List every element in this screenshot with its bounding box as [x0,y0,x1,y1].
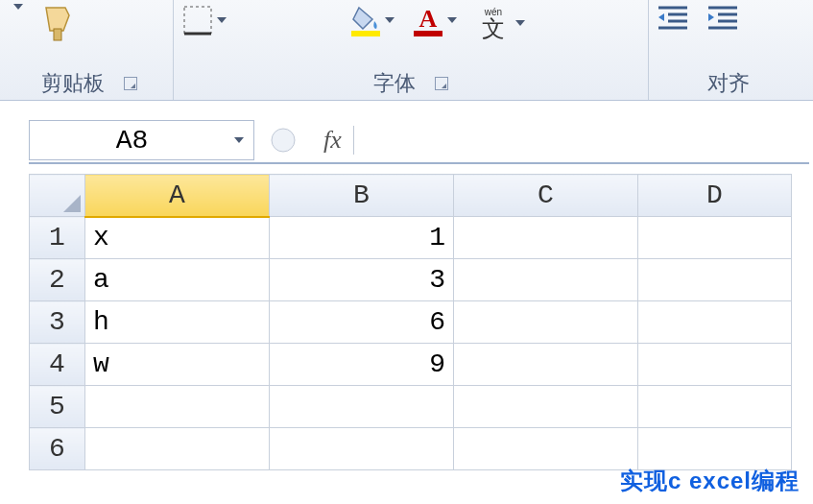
ribbon-group-font: A wén 文 字体 [174,0,649,100]
chevron-down-icon [217,17,227,23]
name-box[interactable]: A8 [29,120,254,160]
clipboard-group-label: 剪贴板 [41,69,105,98]
format-painter-icon [40,4,77,42]
cell[interactable] [454,428,638,470]
cell[interactable] [454,344,638,386]
spreadsheet-grid: A B C D 1 x 1 2 a 3 3 h 6 4 [29,174,792,470]
column-header-B[interactable]: B [270,175,454,217]
increase-indent-icon [706,4,739,31]
cell[interactable]: x [85,217,270,259]
table-row: 1 x 1 [30,217,792,259]
cell[interactable] [638,301,792,344]
cell[interactable]: 1 [270,217,454,259]
table-row: 3 h 6 [30,301,792,344]
cell[interactable] [454,217,638,259]
cell[interactable]: h [85,301,270,344]
cell[interactable] [638,217,792,259]
cell[interactable] [454,386,638,428]
ribbon-toolbar: 剪贴板 A [0,0,813,101]
column-header-D[interactable]: D [638,175,792,217]
paste-dropdown[interactable] [13,4,23,10]
table-row: 2 a 3 [30,259,792,301]
formula-input[interactable] [354,120,809,160]
font-color-icon: A [412,4,444,36]
font-color-button[interactable]: A [412,4,457,36]
select-all-corner[interactable] [30,175,85,217]
table-row: 4 w 9 [30,344,792,386]
watermark-text: 实现c excel编程 [620,466,800,496]
cell[interactable] [638,344,792,386]
formula-cancel-icon[interactable] [270,127,297,154]
formula-bar-row: A8 fx [29,118,809,164]
cell[interactable]: w [85,344,270,386]
phonetic-icon: wén 文 [474,4,513,42]
border-button[interactable] [181,4,227,36]
cell[interactable] [85,386,270,428]
name-box-value: A8 [30,126,234,156]
chevron-down-icon [447,17,457,23]
format-painter-button[interactable] [40,4,77,42]
cell[interactable]: a [85,259,270,301]
svg-point-16 [272,129,295,152]
svg-rect-0 [54,29,61,40]
cell[interactable] [270,386,454,428]
svg-rect-1 [184,7,211,34]
cell[interactable] [454,259,638,301]
font-dialog-launcher[interactable] [435,77,448,90]
chevron-down-icon [385,17,395,23]
cell[interactable] [638,259,792,301]
grid-body: 1 x 1 2 a 3 3 h 6 4 w 9 5 [30,217,792,470]
chevron-down-icon [515,20,525,26]
table-row: 5 [30,386,792,428]
row-header[interactable]: 5 [30,386,85,428]
cell[interactable] [454,301,638,344]
ribbon-group-clipboard: 剪贴板 [6,0,174,100]
column-header-A[interactable]: A [85,175,270,217]
row-header[interactable]: 2 [30,259,85,301]
svg-text:文: 文 [482,15,505,41]
chevron-down-icon [13,4,23,10]
cell[interactable] [85,428,270,470]
paint-bucket-icon [349,4,382,36]
column-header-C[interactable]: C [454,175,638,217]
cell[interactable] [270,428,454,470]
row-header[interactable]: 3 [30,301,85,344]
fill-color-button[interactable] [349,4,395,36]
row-header[interactable]: 1 [30,217,85,259]
formula-bar: fx [254,120,809,160]
align-group-label: 对齐 [707,69,750,98]
svg-text:A: A [419,5,438,33]
cell[interactable]: 9 [270,344,454,386]
row-header[interactable]: 6 [30,428,85,470]
row-header[interactable]: 4 [30,344,85,386]
svg-rect-5 [414,31,442,36]
ribbon-group-alignment: 对齐 [649,0,807,100]
border-icon [181,4,214,36]
decrease-indent-button[interactable] [657,4,689,31]
svg-rect-3 [351,31,380,36]
cell[interactable] [638,428,792,470]
table-row: 6 [30,428,792,470]
cell[interactable]: 3 [270,259,454,301]
chevron-down-icon [234,137,244,143]
clipboard-dialog-launcher[interactable] [124,77,137,90]
fx-button[interactable]: fx [312,126,354,155]
cell[interactable]: 6 [270,301,454,344]
decrease-indent-icon [657,4,689,31]
font-group-label: 字体 [373,69,416,98]
phonetic-guide-button[interactable]: wén 文 [474,4,525,42]
increase-indent-button[interactable] [706,4,739,31]
cell[interactable] [638,386,792,428]
